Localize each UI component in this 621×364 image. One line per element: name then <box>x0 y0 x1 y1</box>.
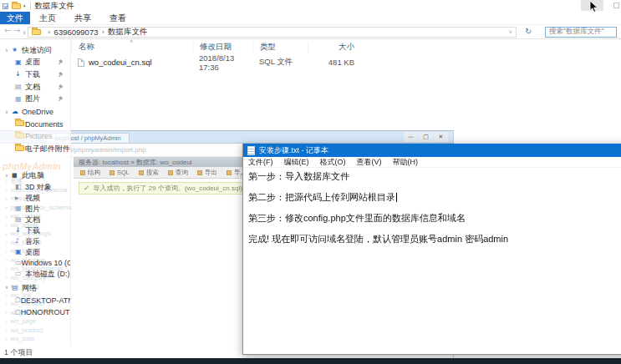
column-header-modified[interactable]: 修改日期 <box>192 42 252 53</box>
sidebar-item-honorrouter[interactable]: ▢HONORROUTER <box>0 306 70 319</box>
notepad-icon <box>247 146 255 155</box>
sidebar-item-label: Documents <box>25 120 64 129</box>
pma-tab-search[interactable]: 搜索 <box>139 169 159 177</box>
notepad-menu-edit[interactable]: 编辑(E) <box>284 157 309 168</box>
onedrive-documents-folder-icon <box>15 120 25 128</box>
sidebar-item-onedrive-pictures[interactable]: Pictures <box>0 130 70 143</box>
refresh-icon[interactable]: ↻ <box>525 28 532 36</box>
pc-icon: ■ <box>12 173 22 179</box>
sidebar-item-documents[interactable]: ▤文档 <box>0 215 70 225</box>
ribbon-tab-view[interactable]: 查看 <box>100 12 135 24</box>
notepad-menu-file[interactable]: 文件(F) <box>248 157 273 168</box>
ribbon-tab-home[interactable]: 主页 <box>30 12 65 24</box>
sidebar-item-quick-access[interactable]: ∨★快速访问 <box>0 44 70 57</box>
window-control-partial[interactable] <box>613 3 619 8</box>
expand-icon[interactable]: ∨ <box>5 286 12 291</box>
file-row[interactable]: wo_codeui_cn.sql2018/8/13 17:36SQL 文件481… <box>71 56 621 68</box>
file-name-cell: wo_codeui_cn.sql <box>71 58 192 67</box>
pma-tab-label: SQL <box>117 169 130 176</box>
sidebar-item-videos[interactable]: ▶视频 <box>0 193 70 204</box>
qat-new-folder-icon[interactable] <box>12 3 21 9</box>
explorer-titlebar: ▾ 数据库文件 <box>0 0 621 12</box>
sidebar-item-network[interactable]: ∨▤网络 <box>0 282 70 295</box>
notepad-menu-help[interactable]: 帮助(H) <box>393 157 419 168</box>
notepad-title: 安装步骤.txt - 记事本 <box>259 145 328 156</box>
folder-icon <box>15 120 24 126</box>
minimize-button[interactable]: — <box>404 132 418 142</box>
column-header-type[interactable]: 类型 <box>252 42 308 53</box>
check-icon: ✓ <box>84 185 90 192</box>
expand-icon[interactable]: ∨ <box>5 110 12 115</box>
cloud-icon: ☁ <box>12 109 22 115</box>
sidebar-item-objects-3d[interactable]: ◧3D 对象 <box>0 182 70 193</box>
notepad-text-area[interactable]: 第一步：导入数据库文件第二步：把源代码上传到网站根目录第三步：修改config.… <box>243 168 621 256</box>
breadcrumb-item[interactable]: 数据库文件 <box>108 27 148 38</box>
notepad-menu-format[interactable]: 格式(O) <box>320 157 346 168</box>
sidebar-item-onedrive-documents[interactable]: Documents <box>0 119 70 131</box>
breadcrumb-separator-icon: › <box>48 28 51 36</box>
statusbar: 1 个项目 <box>0 346 134 358</box>
pma-tab-query[interactable]: 查询 <box>168 169 188 177</box>
pma-tab-structure[interactable]: 结构 <box>80 169 100 177</box>
sidebar-item-music[interactable]: ♪音乐 <box>0 236 70 247</box>
notepad-menu-view[interactable]: 查看(V) <box>357 157 382 168</box>
sidebar-item-desktop-atn941[interactable]: ▢DESKTOP-ATN941 <box>0 295 70 307</box>
address-bar[interactable]: ›6396099073›数据库文件 ∨ <box>28 27 517 38</box>
expand-icon[interactable]: ∨ <box>5 174 12 179</box>
text-line: 第一步：导入数据库文件 <box>248 170 621 182</box>
ribbon-tab-file[interactable]: 文件 <box>0 12 30 24</box>
sidebar-item-windows10-c[interactable]: ▭Windows 10 (C:) <box>0 258 70 269</box>
sidebar-item-pictures-pinned[interactable]: ▦图片 <box>0 93 70 105</box>
sidebar-item-onedrive[interactable]: ∨☁OneDrive <box>0 106 70 119</box>
sidebar-item-label: 桌面 <box>25 57 40 68</box>
close-button[interactable]: ✕ <box>434 132 448 142</box>
breadcrumb-item[interactable]: 6396099073 <box>54 28 99 37</box>
pma-tab-sql[interactable]: SQL <box>109 169 130 176</box>
ribbon-tab-share[interactable]: 共享 <box>65 12 100 24</box>
sort-ascending-icon[interactable]: ∧ <box>130 38 133 43</box>
expand-icon[interactable]: ∨ <box>5 48 12 53</box>
search-input[interactable]: 搜索"数据库文件" <box>545 27 617 38</box>
pin-icon <box>58 72 64 78</box>
doc-icon: ▤ <box>15 216 25 223</box>
notepad-titlebar[interactable]: 安装步骤.txt - 记事本 <box>243 144 621 157</box>
sidebar-item-desktop[interactable]: ▣桌面 <box>0 247 70 258</box>
pma-tab-export[interactable]: 导出 <box>197 169 217 177</box>
sidebar-item-local-disk-d[interactable]: ▭本地磁盘 (D:) <box>0 269 70 280</box>
column-header-size[interactable]: 大小 <box>308 42 359 53</box>
qat-properties-icon[interactable] <box>3 3 8 9</box>
qat-customize-dropdown-icon[interactable]: ▾ <box>23 4 26 8</box>
sidebar-item-this-pc[interactable]: ∨■此电脑 <box>0 169 70 182</box>
search-icon <box>139 170 144 175</box>
text-line: 完成! 现在即可访问域名登陆，默认管理员账号admin 密码admin <box>248 233 621 245</box>
sidebar-item-label: 桌面 <box>25 247 40 258</box>
maximize-button[interactable]: □ <box>419 132 433 142</box>
mouse-cursor <box>589 1 599 13</box>
query-icon <box>168 170 173 175</box>
explorer-window-title: 数据库文件 <box>35 1 75 12</box>
sidebar-item-desktop-pinned[interactable]: ▣桌面 <box>0 57 70 69</box>
sidebar-item-email-attachments[interactable]: 电子邮件附件 <box>0 143 70 155</box>
pin-icon <box>58 96 64 102</box>
sidebar-item-label: 音乐 <box>25 236 40 247</box>
address-dropdown-icon[interactable]: ∨ <box>509 29 512 34</box>
forward-icon[interactable]: → <box>13 27 20 35</box>
sidebar-item-downloads[interactable]: ↓下载 <box>0 225 70 236</box>
sidebar-item-documents-pinned[interactable]: ▤文档 <box>0 81 70 94</box>
file-modified-cell: 2018/8/13 17:36 <box>192 53 252 72</box>
explorer-sidebar: ∨★快速访问▣桌面↓下载▤文档▦图片∨☁OneDriveDocumentsPic… <box>0 39 71 346</box>
ribbon-tab-bar: 文件主页共享查看 <box>0 12 621 25</box>
taskbar[interactable] <box>0 358 621 364</box>
sidebar-item-label: 图片 <box>25 204 40 215</box>
breadcrumb: ›6396099073›数据库文件 <box>44 27 148 38</box>
sidebar-item-pictures[interactable]: ▦图片 <box>0 204 70 215</box>
sidebar-item-downloads-pinned[interactable]: ↓下载 <box>0 68 70 81</box>
back-icon[interactable]: ← <box>4 27 11 35</box>
router-icon: ▢ <box>15 310 21 316</box>
onedrive-pictures-folder-icon <box>15 133 25 140</box>
sidebar-item-label: DESKTOP-ATN941 <box>21 296 71 305</box>
pin-icon <box>58 59 64 65</box>
recent-locations-icon[interactable]: ∨ <box>23 30 26 35</box>
search-placeholder: 搜索"数据库文件" <box>549 27 604 37</box>
disk-icon: ▭ <box>15 260 22 266</box>
